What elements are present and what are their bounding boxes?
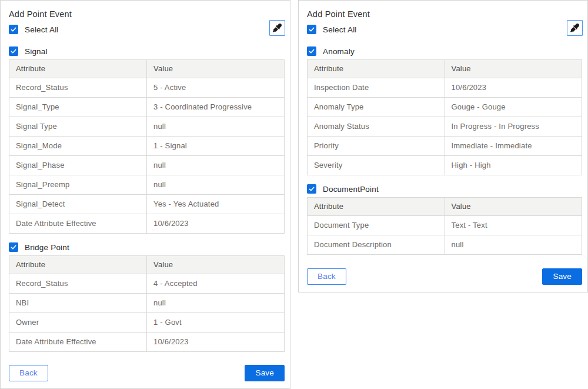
layer-check-row: DocumentPoint [307,184,582,194]
attribute-cell: Document Type [308,216,445,235]
attribute-cell: Signal_Type [9,98,147,117]
value-cell: 1 - Signal [147,137,285,156]
workspace: Add Point Event Select All Signal Attrib… [0,0,588,389]
back-button[interactable]: Back [307,268,346,285]
save-button[interactable]: Save [542,268,582,285]
footer-actions: Back Save [307,268,582,285]
value-cell: 3 - Coordinated Progressive [147,98,285,117]
table-row: Inspection Date10/6/2023 [308,78,582,98]
footer-actions: Back Save [9,365,285,381]
value-cell: Immediate - Immediate [445,137,582,156]
attribute-cell: Signal Type [9,117,147,137]
table-header-row: Attribute Value [308,198,582,216]
value-cell: High - High [445,156,582,175]
layer-label: Anomaly [323,47,355,56]
select-all-row: Select All [307,25,582,34]
attribute-table-documentpoint: Attribute Value Document TypeText - Text… [307,197,582,255]
layer-checkbox-anomaly[interactable] [307,46,316,56]
eyedropper-icon [273,24,282,32]
eyedropper-button[interactable] [567,20,583,36]
layer-check-row: Anomaly [307,46,582,56]
save-button[interactable]: Save [245,365,285,381]
attribute-cell: Priority [308,137,445,156]
attribute-cell: Signal_Detect [9,195,147,214]
table-row: SeverityHigh - High [308,156,582,175]
checkmark-icon [308,185,315,192]
layer-check-row: Bridge Point [9,242,285,252]
select-all-checkbox[interactable] [9,25,18,34]
layer-checkbox-documentpoint[interactable] [307,184,316,194]
checkmark-icon [10,48,17,55]
table-row: Signal_DetectYes - Yes Actuated [9,195,285,214]
column-header-attribute: Attribute [308,198,445,216]
select-all-row: Select All [9,25,285,34]
section-signal: Signal Attribute Value Record_Status5 - … [9,46,285,234]
table-row: Owner1 - Govt [9,313,285,333]
attribute-cell: Signal_Preemp [9,175,147,195]
attribute-table-signal: Attribute Value Record_Status5 - ActiveS… [9,59,285,234]
attribute-cell: Anomaly Status [308,117,445,137]
checkmark-icon [10,26,17,33]
table-row: Anomaly StatusIn Progress - In Progress [308,117,582,137]
table-header-row: Attribute Value [9,60,285,78]
add-point-event-panel-right: Add Point Event Select All Anomaly Attri… [298,0,588,292]
layer-label: DocumentPoint [323,185,379,194]
value-cell: null [147,156,285,175]
value-cell: 10/6/2023 [147,214,285,234]
column-header-attribute: Attribute [9,60,147,78]
attribute-cell: Signal_Phase [9,156,147,175]
table-header-row: Attribute Value [308,60,582,78]
value-cell: Yes - Yes Actuated [147,195,285,214]
value-cell: null [445,235,582,255]
layer-checkbox-signal[interactable] [9,46,18,56]
layer-label: Signal [25,47,48,56]
column-header-value: Value [147,60,285,78]
select-all-label: Select All [323,25,357,34]
table-row: Signal Typenull [9,117,285,137]
back-button[interactable]: Back [9,365,48,381]
column-header-attribute: Attribute [308,60,445,78]
value-cell: In Progress - In Progress [445,117,582,137]
value-cell: 5 - Active [147,78,285,98]
table-row: PriorityImmediate - Immediate [308,137,582,156]
table-row: Signal_Type3 - Coordinated Progressive [9,98,285,117]
value-cell: 10/6/2023 [445,78,582,98]
table-header-row: Attribute Value [9,256,285,274]
attribute-cell: Severity [308,156,445,175]
select-all-checkbox[interactable] [307,25,316,34]
column-header-attribute: Attribute [9,256,147,274]
attribute-cell: Document Description [308,235,445,255]
checkmark-icon [308,48,315,55]
value-cell: 10/6/2023 [147,333,285,352]
checkmark-icon [10,244,17,251]
table-row: Document TypeText - Text [308,216,582,235]
attribute-cell: Record_Status [9,78,147,98]
section-anomaly: Anomaly Attribute Value Inspection Date1… [307,46,582,175]
panel-title: Add Point Event [9,9,285,19]
attribute-cell: Inspection Date [308,78,445,98]
value-cell: null [147,294,285,313]
value-cell: null [147,175,285,195]
table-row: Document Descriptionnull [308,235,582,255]
table-row: Signal_Phasenull [9,156,285,175]
table-row: Record_Status4 - Accepted [9,274,285,294]
layer-label: Bridge Point [25,243,69,252]
attribute-cell: Date Attribute Effective [9,333,147,352]
attribute-cell: Signal_Mode [9,137,147,156]
table-row: Date Attribute Effective10/6/2023 [9,333,285,352]
checkmark-icon [308,26,315,33]
section-bridge-point: Bridge Point Attribute Value Record_Stat… [9,242,285,352]
eyedropper-button[interactable] [269,20,285,36]
layer-checkbox-bridge-point[interactable] [9,242,18,252]
value-cell: null [147,117,285,137]
attribute-table-bridge-point: Attribute Value Record_Status4 - Accepte… [9,255,285,352]
eyedropper-icon [570,24,579,32]
column-header-value: Value [445,60,582,78]
attribute-cell: NBI [9,294,147,313]
attribute-cell: Date Attribute Effective [9,214,147,234]
section-documentpoint: DocumentPoint Attribute Value Document T… [307,184,582,255]
table-row: Record_Status5 - Active [9,78,285,98]
value-cell: Text - Text [445,216,582,235]
attribute-cell: Record_Status [9,274,147,294]
table-row: Date Attribute Effective10/6/2023 [9,214,285,234]
